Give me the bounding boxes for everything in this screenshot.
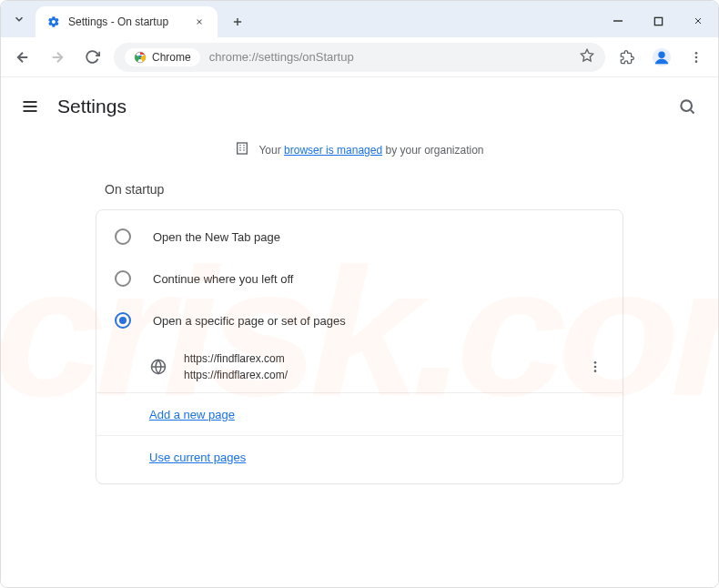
tab-search-dropdown[interactable] — [8, 8, 30, 30]
close-button[interactable] — [685, 8, 711, 34]
svg-rect-5 — [654, 17, 662, 25]
managed-notice: Your browser is managed by your organiza… — [1, 136, 718, 171]
radio-icon — [115, 312, 131, 329]
svg-point-33 — [594, 366, 597, 369]
page-content: pcrisk.com Settings Your browser is mana… — [1, 77, 718, 587]
startup-section: On startup Open the New Tab page Continu… — [86, 171, 633, 484]
radio-label: Continue where you left off — [153, 272, 293, 286]
add-page-row: Add a new page — [96, 393, 623, 435]
startup-page-url: https://findflarex.com/ — [184, 367, 570, 383]
browser-tab[interactable]: Settings - On startup — [35, 6, 218, 37]
maximize-button[interactable] — [645, 8, 671, 34]
address-bar[interactable]: Chrome chrome://settings/onStartup — [114, 43, 605, 72]
tab-title: Settings - On startup — [68, 15, 185, 28]
page-title: Settings — [57, 96, 658, 117]
building-icon — [235, 141, 249, 158]
radio-new-tab[interactable]: Open the New Tab page — [96, 216, 623, 258]
managed-text: Your browser is managed by your organiza… — [258, 144, 483, 157]
radio-specific-pages[interactable]: Open a specific page or set of pages — [96, 299, 623, 341]
menu-icon[interactable] — [684, 45, 709, 70]
startup-page-text: https://findflarex.com https://findflare… — [184, 350, 570, 383]
radio-label: Open the New Tab page — [153, 230, 280, 244]
svg-point-16 — [695, 56, 698, 58]
url-text: chrome://settings/onStartup — [209, 50, 571, 64]
section-title: On startup — [96, 171, 623, 209]
svg-marker-12 — [581, 49, 592, 61]
startup-page-name: https://findflarex.com — [184, 350, 570, 367]
window-titlebar: Settings - On startup — [1, 1, 718, 37]
svg-point-17 — [695, 60, 698, 63]
radio-icon — [115, 270, 131, 287]
svg-point-34 — [594, 370, 597, 372]
globe-icon — [149, 358, 167, 376]
extensions-icon[interactable] — [614, 45, 640, 70]
forward-button[interactable] — [45, 45, 70, 70]
star-icon[interactable] — [580, 48, 594, 66]
gear-icon — [46, 15, 61, 29]
browser-toolbar: Chrome chrome://settings/onStartup — [1, 37, 718, 77]
use-current-row: Use current pages — [96, 436, 623, 478]
profile-button[interactable] — [649, 45, 674, 70]
new-tab-button[interactable] — [225, 9, 250, 35]
site-chip[interactable]: Chrome — [125, 48, 200, 66]
radio-label: Open a specific page or set of pages — [153, 314, 346, 328]
svg-rect-23 — [238, 143, 248, 154]
chrome-chip-label: Chrome — [152, 51, 191, 64]
svg-line-22 — [691, 110, 694, 114]
startup-page-row: https://findflarex.com https://findflare… — [96, 341, 623, 392]
back-button[interactable] — [10, 45, 35, 70]
radio-icon — [115, 228, 131, 245]
close-icon[interactable] — [192, 15, 207, 29]
hamburger-icon[interactable] — [19, 96, 41, 117]
add-page-link[interactable]: Add a new page — [149, 408, 235, 421]
use-current-link[interactable]: Use current pages — [149, 451, 246, 464]
reload-button[interactable] — [79, 45, 105, 70]
managed-link[interactable]: browser is managed — [284, 144, 382, 157]
chrome-icon — [134, 51, 147, 64]
more-icon[interactable] — [586, 360, 604, 374]
minimize-button[interactable] — [605, 8, 631, 34]
radio-continue[interactable]: Continue where you left off — [96, 258, 623, 299]
search-icon[interactable] — [674, 94, 700, 119]
settings-header: Settings — [1, 77, 718, 136]
startup-card: Open the New Tab page Continue where you… — [96, 209, 623, 484]
svg-point-32 — [594, 361, 597, 364]
window-controls — [605, 8, 711, 34]
svg-point-21 — [681, 100, 692, 111]
svg-point-15 — [695, 52, 698, 55]
svg-point-14 — [658, 51, 664, 57]
